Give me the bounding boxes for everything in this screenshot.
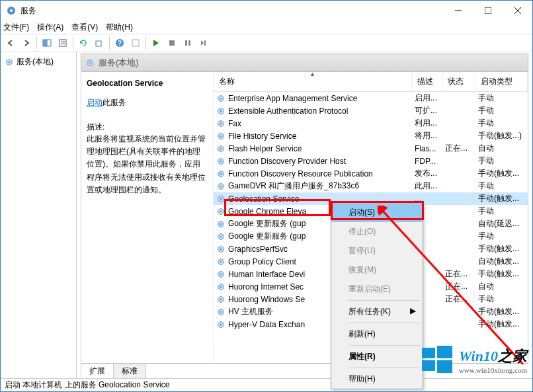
svg-rect-18 bbox=[204, 40, 206, 46]
service-name: Google 更新服务 (gup bbox=[228, 218, 306, 229]
table-row[interactable]: Enterprise App Management Service启用...手动 bbox=[214, 92, 528, 104]
tree-item-services-local[interactable]: 服务(本地) bbox=[2, 55, 75, 69]
right-header-title: 服务(本地) bbox=[99, 57, 139, 69]
svg-point-30 bbox=[220, 135, 222, 137]
gear-icon bbox=[5, 58, 14, 67]
gear-icon bbox=[216, 207, 226, 216]
service-desc: 利用... bbox=[412, 118, 442, 129]
service-name: Human Interface Devi bbox=[228, 270, 305, 279]
gear-icon bbox=[216, 257, 226, 266]
menu-help[interactable]: 帮助(H) bbox=[106, 22, 133, 33]
window-title: 服务 bbox=[20, 5, 443, 17]
ctx-all-tasks[interactable]: 所有任务(K)▶ bbox=[331, 302, 423, 321]
statusbar: 启动 本地计算机 上的服务 Geolocation Service bbox=[1, 378, 532, 391]
tab-standard[interactable]: 标准 bbox=[113, 364, 146, 378]
minimize-button[interactable] bbox=[443, 1, 473, 20]
service-startup: 手动(触发...) bbox=[475, 130, 528, 141]
service-startup: 自动 bbox=[475, 143, 528, 154]
close-button[interactable] bbox=[503, 1, 532, 20]
ctx-start[interactable]: 启动(S) bbox=[331, 203, 423, 222]
table-row[interactable]: Function Discovery Provider HostFDP...手动 bbox=[214, 155, 528, 167]
service-startup: 手动(触发... bbox=[475, 319, 528, 330]
svg-point-40 bbox=[220, 198, 222, 200]
tab-extended[interactable]: 扩展 bbox=[81, 364, 114, 378]
ctx-resume[interactable]: 恢复(M) bbox=[331, 260, 423, 280]
gear-icon bbox=[216, 94, 226, 103]
restart-service-button[interactable] bbox=[196, 36, 211, 50]
svg-point-38 bbox=[220, 185, 222, 187]
service-startup: 手动(触发... bbox=[475, 306, 528, 317]
svg-point-46 bbox=[220, 235, 222, 237]
svg-rect-14 bbox=[132, 40, 139, 46]
gear-icon bbox=[216, 232, 226, 241]
table-row[interactable]: GameDVR 和广播用户服务_87b33c6此用...手动 bbox=[214, 180, 528, 192]
forward-button[interactable] bbox=[19, 36, 34, 50]
ctx-help[interactable]: 帮助(H) bbox=[331, 370, 423, 389]
svg-rect-8 bbox=[60, 40, 66, 46]
sort-asc-icon: ▲ bbox=[309, 72, 315, 77]
back-button[interactable] bbox=[3, 36, 18, 50]
svg-point-56 bbox=[220, 298, 222, 300]
toolbar: ? bbox=[1, 34, 532, 52]
detail-panel: Geolocation Service 启动此服务 描述: 此服务将监视系统的当… bbox=[81, 72, 214, 363]
service-startup: 手动 bbox=[475, 105, 528, 116]
service-desc: Flas... bbox=[412, 144, 442, 153]
svg-point-44 bbox=[220, 223, 222, 225]
tree-item-label: 服务(本地) bbox=[17, 56, 54, 67]
stop-service-button[interactable] bbox=[165, 36, 179, 50]
table-row[interactable]: Extensible Authentication Protocol可扩...手… bbox=[214, 104, 528, 117]
service-name: Extensible Authentication Protocol bbox=[228, 106, 348, 116]
svg-text:?: ? bbox=[118, 40, 122, 47]
start-service-button[interactable] bbox=[149, 36, 163, 50]
gear-icon bbox=[216, 282, 226, 292]
gear-icon bbox=[216, 132, 226, 141]
gear-icon bbox=[216, 169, 226, 178]
properties2-button[interactable] bbox=[128, 36, 143, 50]
col-status[interactable]: 状态 bbox=[442, 72, 475, 91]
service-name: GameDVR 和广播用户服务_87b33c6 bbox=[228, 180, 359, 192]
gear-icon bbox=[216, 182, 226, 191]
service-desc: 可扩... bbox=[412, 105, 442, 116]
right-header: 服务(本地) bbox=[81, 54, 528, 72]
menu-file[interactable]: 文件(F) bbox=[3, 22, 29, 33]
help-button[interactable]: ? bbox=[112, 36, 127, 50]
gear-icon bbox=[216, 106, 226, 116]
service-startup: 手动(触发... bbox=[475, 168, 528, 179]
export-button[interactable] bbox=[92, 36, 106, 50]
table-row[interactable]: File History Service将用...手动(触发...) bbox=[214, 130, 528, 142]
svg-rect-7 bbox=[47, 40, 51, 46]
svg-point-20 bbox=[9, 61, 11, 63]
properties-button[interactable] bbox=[56, 36, 70, 50]
pause-service-button[interactable] bbox=[181, 36, 195, 50]
service-name: Google Chrome Eleva bbox=[228, 207, 306, 216]
table-row[interactable]: Fax利用...手动 bbox=[214, 117, 528, 130]
show-hide-tree-button[interactable] bbox=[40, 36, 54, 50]
menu-view[interactable]: 查看(V) bbox=[71, 22, 98, 33]
service-name: Geolocation Service bbox=[228, 194, 299, 204]
ctx-properties[interactable]: 属性(R) bbox=[331, 347, 423, 366]
col-desc[interactable]: 描述 bbox=[412, 72, 442, 91]
maximize-button[interactable] bbox=[473, 1, 503, 20]
svg-point-26 bbox=[220, 110, 222, 112]
table-row[interactable]: Flash Helper ServiceFlas...正在...自动 bbox=[214, 142, 528, 155]
start-service-link[interactable]: 启动 bbox=[87, 98, 102, 107]
col-startup[interactable]: 启动类型 bbox=[475, 72, 528, 91]
ctx-refresh[interactable]: 刷新(H) bbox=[331, 325, 423, 344]
gear-icon bbox=[216, 219, 226, 229]
svg-rect-3 bbox=[485, 7, 491, 14]
table-row[interactable]: Function Discovery Resource Publication发… bbox=[214, 167, 528, 180]
gear-icon bbox=[85, 58, 95, 67]
service-startup: 手动 bbox=[475, 93, 528, 104]
start-suffix: 此服务 bbox=[102, 98, 126, 107]
svg-point-22 bbox=[89, 62, 91, 64]
gear-icon bbox=[216, 307, 226, 317]
ctx-pause[interactable]: 暂停(U) bbox=[331, 241, 423, 260]
ctx-stop[interactable]: 停止(O) bbox=[331, 222, 423, 241]
refresh-button[interactable] bbox=[76, 36, 91, 50]
menu-action[interactable]: 操作(A) bbox=[37, 22, 63, 33]
service-desc: FDP... bbox=[412, 157, 442, 166]
svg-point-48 bbox=[220, 248, 222, 250]
col-name[interactable]: 名称 ▲ bbox=[214, 72, 412, 91]
ctx-restart[interactable]: 重新启动(E) bbox=[331, 280, 423, 299]
service-status: 正在... bbox=[442, 294, 475, 305]
